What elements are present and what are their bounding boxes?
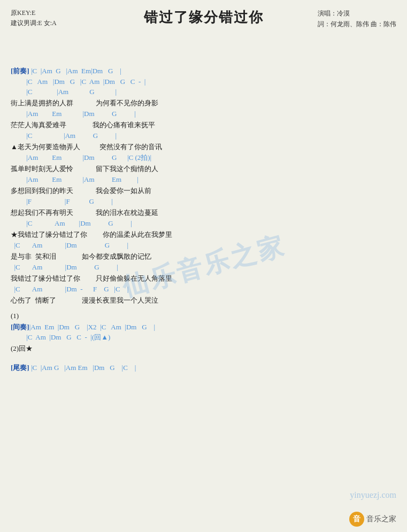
spacer-0 xyxy=(11,61,396,66)
lyric-line-12: 多想回到我们的昨天 我会爱你一如从前 xyxy=(11,186,396,196)
content-area: [前奏] |C |Am G |Am Em|Dm G | |C Am |Dm G … xyxy=(11,61,396,373)
lyric-line-6: 茫茫人海真爱难寻 我的心痛有谁来抚平 xyxy=(11,120,396,130)
logo-icon: 音 xyxy=(349,512,364,527)
chord-line-21: |C Am |Dm - F G |C | xyxy=(11,284,396,295)
section-line-25: [间奏]|Am Em |Dm G |X2 |C Am |Dm G | xyxy=(11,322,396,333)
chord-line-13: |F |F G | xyxy=(11,196,396,207)
lyric-line-16: ★我错过了缘分错过了你 你的温柔从此在我梦里 xyxy=(11,229,396,240)
chord-line-15: |C Am |Dm G | xyxy=(11,218,396,229)
section-bracket: [前奏] xyxy=(11,67,29,75)
lyric-line-10: 孤单时时刻无人爱怜 留下我这个痴情的人 xyxy=(11,164,396,174)
section-bracket: [间奏] xyxy=(11,323,29,331)
logo: 音 音乐之家 xyxy=(349,512,396,527)
spacer-28 xyxy=(11,354,396,358)
meta-right: 演唱：冷漠 詞：何龙雨、陈伟 曲：陈伟 xyxy=(318,8,396,30)
lyric-line-14: 想起我们不再有明天 我的泪水在枕边蔓延 xyxy=(11,207,396,218)
section-bracket: [尾奏] xyxy=(11,364,29,372)
suggest-label: 建议男调:E 女:A xyxy=(11,18,57,28)
section-content: |C |Am G |Am Em|Dm G | xyxy=(29,67,121,75)
key-label: 原KEY:E xyxy=(11,8,57,18)
chord-line-7: |C |Am G | xyxy=(11,130,396,141)
singer-label: 演唱：冷漠 xyxy=(318,8,396,19)
lyric-line-18: 是与非 笑和泪 如今都变成飘散的记忆 xyxy=(11,251,396,262)
chord-line-2: |C Am |Dm G |C Am |Dm G C - | xyxy=(11,76,396,87)
section-content: |C |Am G |Am Em |Dm G |C | xyxy=(29,364,136,372)
lyric-line-8: ▲老天为何要造物弄人 突然没有了你的音讯 xyxy=(11,142,396,152)
section-line-1: [前奏] |C |Am G |Am Em|Dm G | xyxy=(11,66,396,76)
chord-line-9: |Am Em |Dm G |C (2拍)| xyxy=(11,152,396,163)
lyric-line-4: 街上满是拥挤的人群 为何看不见你的身影 xyxy=(11,98,396,109)
chord-line-17: |C Am |Dm G | xyxy=(11,240,396,251)
meta-left: 原KEY:E 建议男调:E 女:A xyxy=(11,8,57,28)
lyricist-label: 詞：何龙雨、陈伟 曲：陈伟 xyxy=(318,19,396,29)
chord-line-19: |C Am |Dm G | xyxy=(11,262,396,273)
chord-line-3: |C |Am G | xyxy=(11,87,396,97)
chord-line-11: |Am Em |Am Em | xyxy=(11,174,396,185)
spacer-23 xyxy=(11,306,396,310)
watermark-url: yinyuezj.com xyxy=(350,490,396,500)
spacer-29 xyxy=(11,358,396,363)
lyric-line-24: (1) xyxy=(11,311,396,321)
lyric-line-20: 我错过了缘分错过了你 只好偷偷躲在无人角落里 xyxy=(11,273,396,284)
section-content: |Am Em |Dm G |X2 |C Am |Dm G | xyxy=(29,323,156,331)
chord-line-26: |C Am |Dm G C - |(回▲) xyxy=(11,332,396,343)
chord-line-5: |Am Em |Dm G | xyxy=(11,109,396,119)
logo-text: 音乐之家 xyxy=(366,514,396,524)
lyric-line-22: 心伤了 情断了 漫漫长夜里我一个人哭泣 xyxy=(11,295,396,306)
page: 原KEY:E 建议男调:E 女:A 错过了缘分错过你 演唱：冷漠 詞：何龙雨、陈… xyxy=(0,0,407,532)
lyric-line-27: (2)回★ xyxy=(11,343,396,354)
section-line-30: [尾奏] |C |Am G |Am Em |Dm G |C | xyxy=(11,363,396,373)
